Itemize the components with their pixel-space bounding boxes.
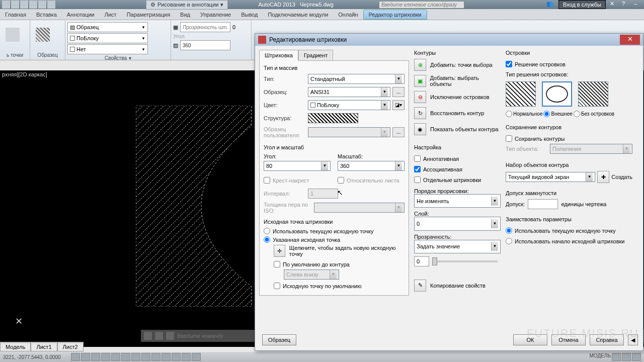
ortho-icon[interactable] [91, 353, 100, 361]
dyn-icon[interactable] [141, 353, 150, 361]
sc-icon[interactable] [172, 353, 181, 361]
tab-plugins[interactable]: Подключаемые модули [263, 10, 333, 19]
save-icon[interactable] [29, 1, 37, 9]
hatch-color-dropdown[interactable]: ПоБлоку▼ [308, 100, 390, 110]
pattern-dropdown[interactable]: ANSI31▼ [308, 87, 390, 97]
island-ignore-radio[interactable] [574, 111, 580, 117]
transparency-dropdown[interactable]: Задать значение▼ [414, 240, 501, 253]
app-menu-icon[interactable] [2, 1, 10, 9]
preview-button[interactable]: Образец [262, 334, 296, 345]
island-normal-radio[interactable] [506, 111, 512, 117]
ducs-icon[interactable] [131, 353, 140, 361]
tab-home[interactable]: Главная [0, 10, 31, 19]
tp-icon[interactable] [192, 353, 201, 361]
slider-thumb[interactable] [432, 257, 437, 265]
island-ignore-swatch[interactable] [578, 81, 608, 107]
island-detection-checkbox[interactable] [506, 61, 512, 67]
tab-annotate[interactable]: Аннотации [62, 10, 100, 19]
sb2-icon[interactable] [622, 353, 631, 361]
tolerance-input[interactable] [528, 199, 558, 209]
panel-label-properties[interactable]: Свойства [105, 55, 127, 61]
undo-icon[interactable] [38, 1, 46, 9]
tab-layout2[interactable]: Лист2 [57, 342, 84, 351]
associative-checkbox[interactable] [414, 166, 421, 172]
type-dropdown[interactable]: Стандартный▼ [308, 74, 405, 84]
tab-insert[interactable]: Вставка [31, 10, 62, 19]
am-icon[interactable] [182, 353, 191, 361]
pattern-browse-button[interactable]: ... [392, 87, 405, 97]
polar-icon[interactable] [101, 353, 110, 361]
bg-color-dropdown[interactable]: Нет▼ [67, 44, 148, 54]
tab-gradient[interactable]: Градиент [298, 50, 333, 61]
default-boundary-checkbox[interactable] [274, 261, 280, 267]
binoculars-icon[interactable]: 👥 [546, 1, 554, 9]
set-origin-button[interactable]: ✛ [274, 245, 285, 257]
remove-islands-button[interactable]: ⊖ [414, 91, 426, 103]
island-normal-swatch[interactable] [506, 81, 536, 107]
new-boundary-set-button[interactable]: ✚ [597, 171, 609, 183]
hatch-pattern-button[interactable] [32, 22, 53, 47]
tab-hatch-editor[interactable]: Редактор штриховки [363, 10, 427, 20]
pick-points-button[interactable] [2, 22, 23, 47]
dialog-close-button[interactable]: ✕ [620, 35, 640, 45]
osnap-icon[interactable] [111, 353, 120, 361]
add-pick-points-button[interactable]: ⊕ [414, 59, 426, 71]
snap-icon[interactable] [71, 353, 80, 361]
qp-icon[interactable] [162, 353, 171, 361]
bg-color-button[interactable]: ◪▾ [392, 100, 405, 110]
save-default-origin-checkbox[interactable] [274, 283, 280, 289]
tab-model[interactable]: Модель [0, 342, 31, 351]
transparency-value-input[interactable] [414, 256, 429, 266]
inherit-properties-button[interactable]: ✎ [414, 280, 426, 292]
tab-layout[interactable]: Лист [100, 10, 122, 19]
tab-output[interactable]: Вывод [236, 10, 263, 19]
island-outer-radio[interactable] [543, 111, 550, 117]
view-selections-button[interactable]: ◉ [414, 123, 426, 135]
angle-dropdown[interactable]: 80▼ [264, 161, 331, 171]
tab-view[interactable]: Вид [175, 10, 195, 19]
specified-origin-radio[interactable] [264, 236, 270, 243]
color-dropdown[interactable]: ПоБлоку▼ [67, 33, 148, 43]
scale-dropdown[interactable]: 360▼ [338, 161, 405, 171]
sb3-icon[interactable] [632, 353, 641, 361]
add-select-objects-button[interactable]: ▣ [414, 75, 426, 87]
workspace-selector[interactable]: ⚙ Рисование и аннотации ▾ [146, 0, 228, 10]
otrack-icon[interactable] [121, 353, 130, 361]
wrench-icon[interactable] [155, 332, 163, 340]
retain-boundaries-checkbox[interactable] [506, 135, 512, 142]
draw-order-dropdown[interactable]: Не изменять▼ [414, 194, 501, 208]
tab-online[interactable]: Онлайн [333, 10, 363, 19]
tab-parametric[interactable]: Параметризация [122, 10, 175, 19]
annotative-checkbox[interactable] [414, 155, 421, 162]
minimize-icon[interactable]: – [634, 1, 642, 9]
redo-icon[interactable] [47, 1, 55, 9]
island-outer-swatch[interactable] [542, 81, 572, 107]
tab-layout1[interactable]: Лист1 [31, 342, 57, 351]
grid-icon[interactable] [81, 353, 90, 361]
sb1-icon[interactable] [612, 353, 621, 361]
keyword-search[interactable] [379, 1, 464, 9]
transparency-input[interactable] [180, 22, 230, 32]
boundary-set-dropdown[interactable]: Текущий видовой экран▼ [506, 172, 595, 182]
tab-hatch[interactable]: Штриховка [259, 50, 298, 61]
pattern-swatch[interactable] [308, 113, 358, 123]
close-icon[interactable] [144, 332, 152, 340]
help-icon[interactable]: ? [622, 1, 630, 9]
recreate-boundary-button[interactable]: ↻ [414, 107, 426, 119]
close-x-icon[interactable]: ✕ [15, 316, 23, 327]
signin-button[interactable]: Вход в службы [558, 0, 606, 9]
model-button[interactable]: МОДЕЛЬ [590, 353, 611, 361]
pattern-type-dropdown[interactable]: ▨ Образец▼ [67, 22, 148, 32]
exchange-icon[interactable]: ✕ [610, 1, 618, 9]
separate-checkbox[interactable] [414, 176, 421, 183]
layer-dropdown[interactable]: 0▼ [414, 217, 501, 230]
tab-manage[interactable]: Управление [195, 10, 236, 19]
use-current-origin-radio[interactable] [264, 228, 270, 234]
scale-input[interactable] [180, 40, 230, 50]
transparency-slider[interactable] [432, 260, 498, 262]
open-icon[interactable] [20, 1, 28, 9]
inherit-source-radio[interactable] [506, 238, 512, 244]
lwt-icon[interactable] [151, 353, 160, 361]
new-icon[interactable] [11, 1, 19, 9]
inherit-current-radio[interactable] [506, 227, 512, 234]
